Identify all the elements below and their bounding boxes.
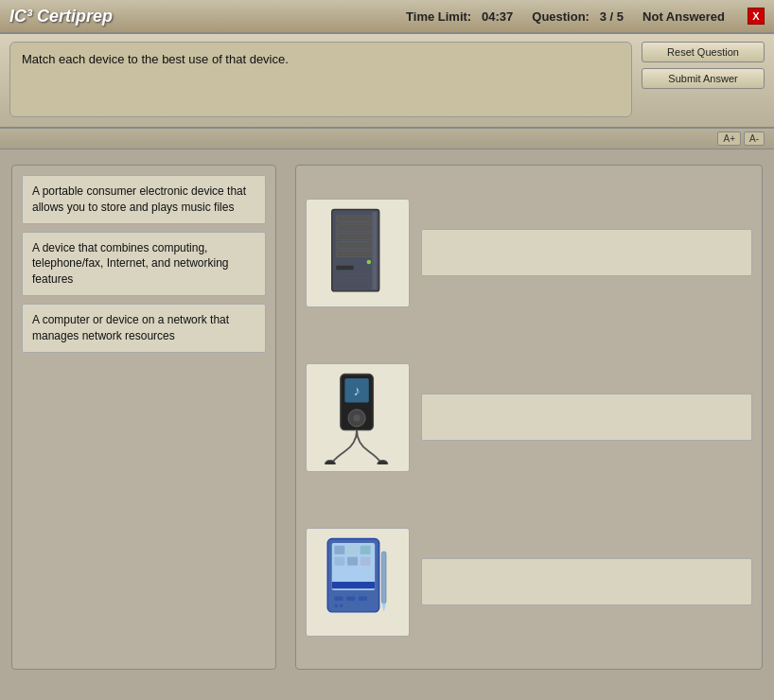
close-button[interactable]: X xyxy=(748,8,765,25)
svg-rect-25 xyxy=(334,557,344,566)
svg-point-33 xyxy=(340,604,343,608)
font-size-bar: A+ A- xyxy=(0,129,774,149)
match-row-pda xyxy=(306,528,752,637)
svg-rect-28 xyxy=(332,582,375,588)
svg-point-19 xyxy=(378,460,388,464)
mp3-player-icon: ♪ xyxy=(315,370,400,464)
option-item-3[interactable]: A computer or device on a network that m… xyxy=(22,304,266,353)
time-limit-label: Time Limit: 04:37 xyxy=(406,9,513,24)
device-image-server xyxy=(306,199,410,307)
server-icon xyxy=(315,205,400,300)
font-increase-button[interactable]: A+ xyxy=(717,131,741,146)
svg-text:♪: ♪ xyxy=(353,383,360,398)
svg-rect-31 xyxy=(359,596,367,601)
svg-rect-24 xyxy=(361,546,371,554)
svg-rect-30 xyxy=(346,596,355,601)
svg-point-18 xyxy=(325,460,335,464)
svg-point-17 xyxy=(353,414,360,421)
option-item-1[interactable]: A portable consumer electronic device th… xyxy=(22,175,266,224)
svg-rect-8 xyxy=(336,266,353,271)
header-info: Time Limit: 04:37 Question: 3 / 5 Not An… xyxy=(406,8,765,25)
svg-point-6 xyxy=(367,260,372,265)
drop-zone-server[interactable] xyxy=(421,229,752,276)
svg-rect-23 xyxy=(347,546,358,554)
svg-rect-22 xyxy=(334,546,344,554)
submit-answer-button[interactable]: Submit Answer xyxy=(642,68,765,89)
main-content: A portable consumer electronic device th… xyxy=(0,149,774,685)
device-image-mp3: ♪ xyxy=(306,363,410,472)
option-item-2[interactable]: A device that combines computing, teleph… xyxy=(22,232,266,296)
question-text: Match each device to the best use of tha… xyxy=(9,42,632,117)
drop-zone-mp3[interactable] xyxy=(421,394,752,441)
logo: IC³ Certiprep xyxy=(9,7,113,26)
svg-rect-34 xyxy=(381,551,386,604)
device-image-pda xyxy=(306,528,410,637)
header: IC³ Certiprep Time Limit: 04:37 Question… xyxy=(0,0,774,34)
question-buttons: Reset Question Submit Answer xyxy=(642,42,765,89)
svg-rect-26 xyxy=(347,557,358,566)
svg-rect-3 xyxy=(336,233,375,239)
svg-rect-5 xyxy=(336,250,375,256)
svg-rect-29 xyxy=(334,596,343,601)
status-badge: Not Answered xyxy=(642,9,725,24)
drop-zone-pda[interactable] xyxy=(421,558,752,605)
svg-rect-4 xyxy=(336,241,375,248)
font-decrease-button[interactable]: A- xyxy=(744,131,765,146)
question-label: Question: 3 / 5 xyxy=(532,9,624,24)
match-row-server xyxy=(306,199,752,307)
svg-rect-2 xyxy=(336,224,375,231)
svg-rect-27 xyxy=(361,557,371,566)
match-row-mp3: ♪ xyxy=(306,363,752,472)
question-bar: Match each device to the best use of tha… xyxy=(0,34,774,129)
svg-marker-35 xyxy=(381,604,386,612)
options-panel: A portable consumer electronic device th… xyxy=(11,165,276,670)
reset-question-button[interactable]: Reset Question xyxy=(642,42,765,62)
pda-icon xyxy=(315,534,400,629)
svg-rect-12 xyxy=(372,212,377,289)
svg-rect-1 xyxy=(336,216,375,222)
matching-panel: ♪ xyxy=(295,165,763,670)
svg-point-32 xyxy=(334,604,338,608)
